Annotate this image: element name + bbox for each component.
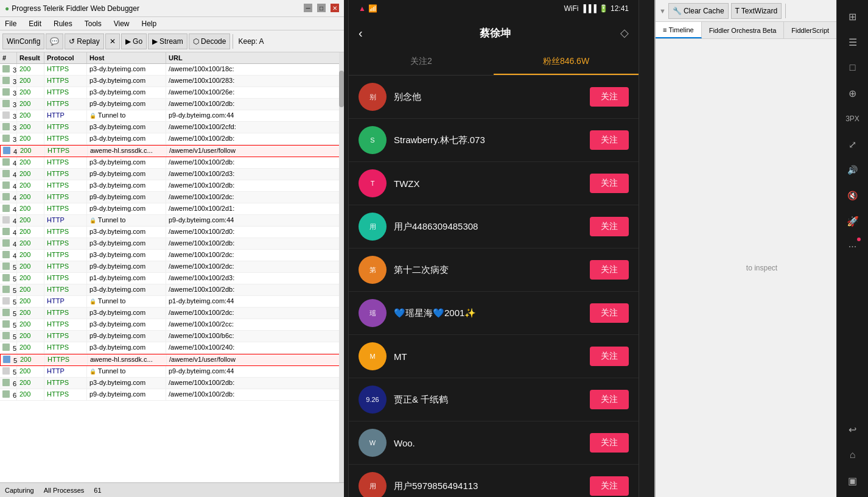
table-row[interactable]: 46 200 HTTP 🔒 Tunnel to p9-dy.byteimg.co… xyxy=(0,215,344,227)
sidebar-icon-1[interactable]: ⊞ xyxy=(841,5,864,28)
follow-button[interactable]: 关注 xyxy=(590,217,629,236)
scrollbar[interactable] xyxy=(339,52,344,482)
tab-followers[interactable]: 粉丝846.6W xyxy=(494,49,639,75)
follower-item[interactable]: 别 别念他 关注 xyxy=(349,76,639,119)
table-row[interactable]: 55 200 HTTPS p3-dy.byteimg.com /aweme/10… xyxy=(0,319,344,331)
decode-button[interactable]: ⬡ Decode xyxy=(189,33,231,49)
follow-button[interactable]: 关注 xyxy=(590,303,629,323)
follower-item[interactable]: W Woo. 关注 xyxy=(349,421,639,465)
share-icon[interactable]: ◇ xyxy=(620,26,629,40)
sidebar-icon-2[interactable]: ☰ xyxy=(841,30,864,54)
follow-button[interactable]: 关注 xyxy=(590,87,629,107)
menu-view[interactable]: View xyxy=(111,18,132,29)
table-row[interactable]: 37 200 HTTP 🔒 Tunnel to p9-dy.byteimg.co… xyxy=(0,110,344,122)
replay-button[interactable]: ↺ Replay xyxy=(65,33,103,49)
tab-fiddlerscript[interactable]: FiddlerScript xyxy=(784,22,837,38)
follower-avatar: S xyxy=(359,126,387,154)
follow-button[interactable]: 关注 xyxy=(590,260,629,280)
table-row[interactable]: 61 200 HTTPS p9-dy.byteimg.com /aweme/10… xyxy=(0,389,344,401)
table-row[interactable]: 58 200 HTTPS aweme-hl.snssdk.c... /aweme… xyxy=(0,354,344,366)
home-icon[interactable]: ⌂ xyxy=(841,443,864,467)
follower-item[interactable]: M MT 关注 xyxy=(349,335,639,378)
tab-following[interactable]: 关注2 xyxy=(349,49,494,75)
status-left: ▲ 📶 xyxy=(359,4,377,13)
table-row[interactable]: 43 200 HTTPS p3-dy.byteimg.com /aweme/10… xyxy=(0,180,344,192)
follow-button[interactable]: 关注 xyxy=(590,130,629,150)
table-row[interactable]: 42 200 HTTPS p9-dy.byteimg.com /aweme/10… xyxy=(0,169,344,180)
close-button[interactable]: ✕ xyxy=(331,4,339,12)
follower-list[interactable]: 别 别念他 关注 S Strawberry.林七荐.073 关注 T TWZX … xyxy=(349,76,639,497)
table-row[interactable]: 59 200 HTTP 🔒 Tunnel to p9-dy.byteimg.co… xyxy=(0,366,344,378)
follower-item[interactable]: 第 第十二次病变 关注 xyxy=(349,248,639,292)
sidebar-icon-9[interactable]: 🚀 xyxy=(841,210,864,233)
sidebar-icon-3[interactable]: □ xyxy=(841,56,864,79)
sidebar-icon-10[interactable]: ··· xyxy=(841,235,864,258)
table-row[interactable]: 44 200 HTTPS p9-dy.byteimg.com /aweme/10… xyxy=(0,192,344,203)
table-row[interactable]: 38 200 HTTPS p3-dy.byteimg.com /aweme/10… xyxy=(0,122,344,133)
table-row[interactable]: 53 200 HTTP 🔒 Tunnel to p1-dy.byteimg.co… xyxy=(0,296,344,308)
back-button[interactable]: ‹ xyxy=(359,26,363,40)
recent-icon[interactable]: ▣ xyxy=(841,469,864,492)
table-row[interactable]: 54 200 HTTPS p3-dy.byteimg.com /aweme/10… xyxy=(0,308,344,319)
x-button[interactable]: ✕ xyxy=(105,33,120,49)
table-row[interactable]: 45 200 HTTPS p9-dy.byteimg.com /aweme/10… xyxy=(0,203,344,215)
follow-button[interactable]: 关注 xyxy=(590,390,629,409)
comment-button[interactable]: 💬 xyxy=(46,33,63,49)
process-filter[interactable]: All Processes xyxy=(44,487,85,494)
maximize-button[interactable]: □ xyxy=(317,4,326,12)
menu-edit[interactable]: Edit xyxy=(26,18,44,29)
menu-file[interactable]: File xyxy=(2,18,19,29)
follower-item[interactable]: 9.26 贾正& 千纸鹤 关注 xyxy=(349,378,639,421)
follower-item[interactable]: T TWZX 关注 xyxy=(349,162,639,205)
go-button[interactable]: ▶ Go xyxy=(121,33,147,49)
table-row[interactable]: 56 200 HTTPS p9-dy.byteimg.com /aweme/10… xyxy=(0,331,344,342)
table-row[interactable]: 34 200 HTTPS p3-dy.byteimg.com /aweme/10… xyxy=(0,76,344,87)
table-body[interactable]: 33 200 HTTPS p3-dy.byteimg.com /aweme/10… xyxy=(0,64,344,482)
table-row[interactable]: 51 200 HTTPS p1-dy.byteimg.com /aweme/10… xyxy=(0,273,344,284)
clear-cache-button[interactable]: 🔧 Clear Cache xyxy=(668,3,729,19)
table-row[interactable]: 49 200 HTTPS p3-dy.byteimg.com /aweme/10… xyxy=(0,250,344,261)
follow-button[interactable]: 关注 xyxy=(590,433,629,453)
table-row[interactable]: 60 200 HTTPS p3-dy.byteimg.com /aweme/10… xyxy=(0,378,344,389)
table-row[interactable]: 41 200 HTTPS p3-dy.byteimg.com /aweme/10… xyxy=(0,157,344,169)
menu-tools[interactable]: Tools xyxy=(82,18,104,29)
text-wizard-button[interactable]: T TextWizard xyxy=(731,3,782,19)
right-sidebar-icons: ⊞ ☰ □ ⊕ 3PX ⤢ 🔊 🔇 🚀 ··· ↩ ⌂ ▣ xyxy=(836,0,868,497)
follower-item[interactable]: 瑶 💙瑶星海💙2001✨ 关注 xyxy=(349,292,639,335)
table-row[interactable]: 33 200 HTTPS p3-dy.byteimg.com /aweme/10… xyxy=(0,64,344,76)
follow-button[interactable]: 关注 xyxy=(590,174,629,193)
menu-rules[interactable]: Rules xyxy=(51,18,75,29)
follower-name: Woo. xyxy=(394,438,590,448)
table-row[interactable]: 47 200 HTTPS p3-dy.byteimg.com /aweme/10… xyxy=(0,227,344,238)
sidebar-icon-5[interactable]: 3PX xyxy=(841,107,864,130)
tab-orchestra[interactable]: Fiddler Orchestra Beta xyxy=(702,22,785,38)
sidebar-icon-8[interactable]: 🔇 xyxy=(841,184,864,207)
follower-item[interactable]: 用 用户4486309485308 关注 xyxy=(349,205,639,248)
winconfig-label: WinConfig xyxy=(7,37,40,46)
menu-help[interactable]: Help xyxy=(139,18,159,29)
follower-item[interactable]: S Strawberry.林七荐.073 关注 xyxy=(349,119,639,162)
follow-button[interactable]: 关注 xyxy=(590,476,629,496)
table-row[interactable]: 39 200 HTTPS p3-dy.byteimg.com /aweme/10… xyxy=(0,133,344,145)
table-row[interactable]: 48 200 HTTPS p3-dy.byteimg.com /aweme/10… xyxy=(0,238,344,250)
table-row[interactable]: 40 200 HTTPS aweme-hl.snssdk.c... /aweme… xyxy=(0,145,344,157)
sidebar-icon-4[interactable]: ⊕ xyxy=(841,82,864,105)
table-row[interactable]: 52 200 HTTPS p3-dy.byteimg.com /aweme/10… xyxy=(0,284,344,296)
timeline-label: Timeline xyxy=(668,26,693,33)
table-row[interactable]: 35 200 HTTPS p3-dy.byteimg.com /aweme/10… xyxy=(0,87,344,99)
sidebar-icon-7[interactable]: 🔊 xyxy=(841,158,864,182)
table-row[interactable]: 57 200 HTTPS p3-dy.byteimg.com /aweme/10… xyxy=(0,342,344,354)
stream-button[interactable]: ▶ Stream xyxy=(148,33,187,49)
table-row[interactable]: 36 200 HTTPS p9-dy.byteimg.com /aweme/10… xyxy=(0,99,344,110)
sidebar-icon-6[interactable]: ⤢ xyxy=(841,133,864,156)
follower-item[interactable]: 用 用户5979856494113 关注 xyxy=(349,465,639,497)
table-row[interactable]: 50 200 HTTPS p9-dy.byteimg.com /aweme/10… xyxy=(0,261,344,273)
minimize-button[interactable]: ─ xyxy=(304,4,312,12)
row-icon-cell: 34 xyxy=(0,76,17,86)
tab-timeline[interactable]: ≡ Timeline xyxy=(656,22,702,38)
scrollbar-thumb[interactable] xyxy=(339,71,344,107)
row-icon-cell: 59 xyxy=(0,366,17,377)
winconfig-button[interactable]: WinConfig xyxy=(2,33,44,49)
follow-button[interactable]: 关注 xyxy=(590,347,629,366)
back-icon[interactable]: ↩ xyxy=(841,418,864,441)
